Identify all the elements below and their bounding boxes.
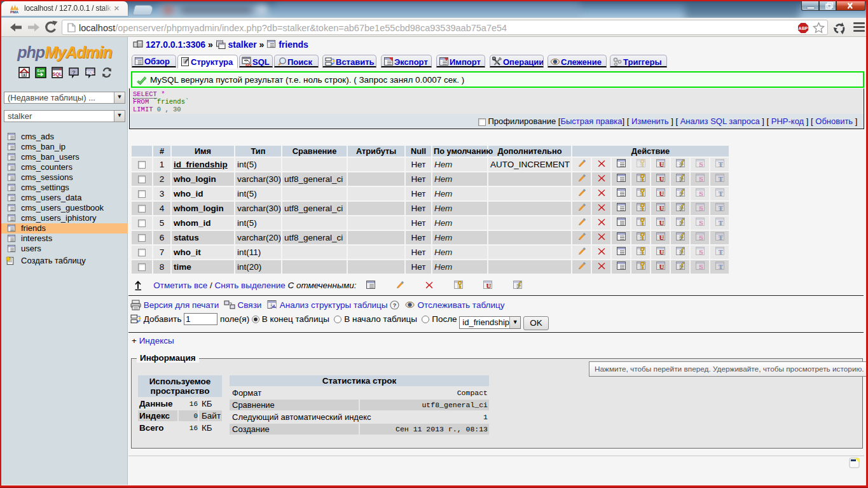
- svg-text:?: ?: [393, 302, 397, 309]
- svg-text:SQL: SQL: [52, 71, 62, 77]
- svg-text:Exit: Exit: [37, 69, 44, 73]
- svg-text:ABP: ABP: [799, 26, 808, 31]
- svg-text:SQL: SQL: [245, 64, 252, 67]
- svg-text:?: ?: [72, 69, 76, 76]
- svg-text:PMA: PMA: [10, 10, 19, 14]
- svg-text:SQL: SQL: [86, 70, 94, 75]
